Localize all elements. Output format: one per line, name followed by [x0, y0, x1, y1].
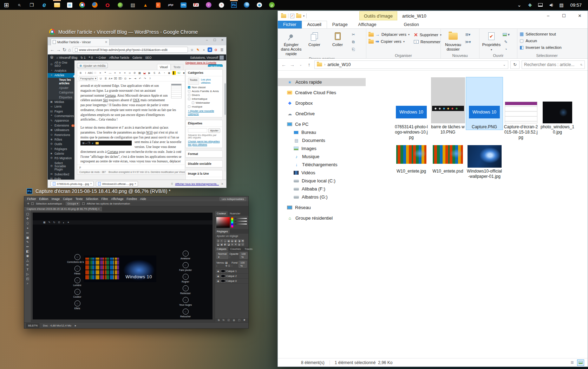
wp-sidebar-item[interactable]: ◉ Utilisateurs — [48, 128, 74, 132]
wp-sidebar-item[interactable]: ▥ Polls — [48, 177, 74, 180]
category-checkbox-row[interactable]: musique — [188, 105, 220, 108]
wp-comments[interactable]: ❝ 0 — [89, 56, 93, 59]
layers-toolbar-icon[interactable]: ⧉ — [218, 319, 220, 322]
layer-visibility-eye-icon[interactable]: ◉ — [216, 279, 220, 283]
wp-sidebar-item[interactable]: ⚙ RS Migration — [48, 156, 74, 161]
thunderbird-icon[interactable] — [240, 0, 253, 10]
copy-path-button[interactable]: ⧉ — [349, 39, 357, 45]
maximize-button[interactable]: ☐ — [556, 11, 572, 21]
tab-gestion[interactable]: Gestion — [399, 21, 424, 28]
sidebar-item[interactable]: Vidéos — [278, 169, 366, 177]
wp-new-button[interactable]: + Créer — [96, 56, 106, 59]
adjustment-icon[interactable]: ▦ — [227, 239, 230, 242]
forward-button[interactable]: → — [56, 47, 61, 52]
bag-app-icon[interactable] — [253, 0, 266, 10]
bookmark-star-icon[interactable]: ☆ — [190, 47, 194, 52]
details-view-button[interactable]: ☰ — [569, 360, 576, 366]
close-downloads-bar-icon[interactable]: ✕ — [221, 182, 223, 186]
blend-mode-dropdown[interactable]: Normal ▾ — [216, 252, 228, 259]
tool-icon[interactable]: ⌖ — [27, 226, 28, 230]
wp-greeting[interactable]: Salutations, Vincerolf — [190, 56, 218, 59]
adjustment-icon[interactable]: ◐ — [220, 239, 223, 242]
toolbar-button[interactable]: ABC — [89, 71, 92, 75]
menu-item[interactable]: Fenêtre — [127, 197, 137, 201]
adjustment-icon[interactable]: △ — [224, 239, 227, 242]
tab-fichier[interactable]: Fichier — [278, 21, 302, 28]
toolbar-button[interactable]: I — [84, 71, 87, 75]
refresh-button[interactable]: ↻ — [510, 60, 520, 69]
menu-item[interactable]: Filtre — [101, 197, 108, 201]
toolbar-button[interactable]: A ▾ — [109, 77, 112, 80]
tool-icon[interactable]: ▢ — [26, 212, 29, 216]
toolbar-button[interactable]: S — [152, 71, 156, 75]
wp-seo-link[interactable]: SEO — [145, 56, 151, 59]
layers-toolbar-icon[interactable]: fx — [223, 319, 224, 322]
hue-bar[interactable] — [231, 217, 233, 228]
publish-button[interactable]: Publier — [208, 64, 223, 67]
tab-most-used[interactable]: Les plus utilisées — [201, 78, 220, 85]
timer-app-icon[interactable]: ◔ — [215, 0, 228, 10]
toolbar-button[interactable]: ≡ — [123, 71, 127, 75]
adjustment-icon[interactable]: ▤ — [231, 239, 234, 242]
sidebar-item[interactable]: Albatros (G:) — [278, 193, 366, 201]
tool-icon[interactable]: ▷ — [26, 272, 29, 276]
search-icon[interactable]: ⌕ — [13, 0, 25, 10]
wp-sidebar-item[interactable]: ▤ Pages — [48, 109, 74, 114]
menu-item[interactable]: Aide — [140, 197, 146, 201]
checkbox[interactable] — [188, 90, 190, 92]
sidebar-item[interactable]: ∾ Creative Cloud Files — [278, 89, 366, 97]
toolbar-button[interactable]: ∞ — [128, 71, 132, 75]
toolbar-button[interactable]: ? — [148, 77, 152, 80]
rename-button[interactable]: I Renommer — [414, 40, 442, 44]
sidebar-item[interactable]: ♪ Musique — [278, 153, 366, 161]
wp-sidebar-item[interactable]: ◈ Rôles — [48, 137, 74, 142]
show-all-downloads-link[interactable]: Afficher tous les téléchargements... — [175, 182, 219, 186]
file-w10-entete-psd[interactable]: W10_entete.psd — [430, 145, 466, 174]
wp-sidebar-item[interactable]: ⚙ Outils — [48, 142, 74, 147]
choose-tags-link[interactable]: Choisir parmi les étiquettes les plus ut… — [188, 140, 220, 146]
utorrent-icon[interactable]: µ — [266, 0, 278, 10]
tab-calques[interactable]: Calques — [215, 247, 228, 251]
tab-all-categories[interactable]: Toutes — [188, 78, 199, 85]
paragraph-dropdown[interactable]: Paragraphe▾ — [79, 77, 98, 80]
adjustment-icon[interactable]: ⬓ — [217, 243, 220, 246]
embedded-settings-thumbnail[interactable] — [171, 84, 182, 98]
itunes-icon[interactable]: ♪ — [202, 0, 215, 10]
checkbox[interactable] — [188, 98, 190, 100]
task-view-icon[interactable]: ❐ — [25, 0, 38, 10]
move-to-button[interactable]: → Déplacer vers▾ — [368, 32, 410, 37]
toolbar-button[interactable]: Ω — [123, 77, 127, 80]
sidebar-item[interactable]: Alibaba (F:) — [278, 185, 366, 193]
store-icon[interactable]: ⊞ — [63, 0, 76, 10]
article-content[interactable]: arrondi et stylé nommé Edge. Une applica… — [77, 82, 185, 164]
checkbox[interactable] — [192, 102, 194, 104]
tags-input[interactable] — [188, 128, 207, 132]
checkbox[interactable] — [188, 105, 190, 108]
start-button[interactable]: ⊞ — [0, 0, 13, 10]
page-scrollbar[interactable] — [224, 83, 226, 171]
sidebar-item[interactable]: ↓ Téléchargements — [278, 161, 366, 169]
sidebar-item[interactable]: ★ Accès rapide — [278, 78, 366, 86]
adjustment-icon[interactable]: ▽ — [241, 243, 244, 246]
network-icon[interactable] — [535, 0, 545, 10]
nav-back-button[interactable]: ← — [281, 62, 287, 67]
toolbar-button[interactable]: ≡ — [98, 71, 102, 75]
color-spectrum[interactable] — [216, 217, 230, 228]
wp-sidebar-item[interactable]: Catégories — [48, 90, 74, 95]
tab-accueil[interactable]: Accueil — [302, 21, 327, 28]
history-button[interactable]: ◔ — [502, 46, 510, 52]
photoshop-icon[interactable]: Ps — [228, 0, 240, 10]
file-capture-d-ecran[interactable]: Capture-d'écran-2015-08-15-18.52.jpg — [503, 77, 539, 140]
category-checkbox-row[interactable]: Informatique — [188, 97, 220, 101]
nav-recent-dropdown-icon[interactable]: ⌄ — [298, 63, 304, 66]
photoshop-canvas[interactable]: ▦✎↻⊡◐✦ ◌ Corrections de base ◌ Filtres — [31, 211, 215, 322]
chrome-icon[interactable] — [76, 0, 89, 10]
chrome-close-button[interactable]: ✕ — [218, 37, 226, 43]
tab-visual[interactable]: Visuel — [157, 64, 171, 70]
tray-chevron-icon[interactable]: ⌄ — [514, 0, 524, 10]
layers-toolbar-icon[interactable]: ✖ — [243, 319, 246, 322]
chrome-tab[interactable]: Modifier l'article - Vincer ✕ — [51, 38, 110, 45]
copy-button[interactable]: Copier — [303, 30, 326, 47]
wp-sidebar-item[interactable]: ⚙ Select Sociable Plugin — [48, 161, 74, 172]
tool-icon[interactable]: ✛ — [26, 217, 29, 220]
